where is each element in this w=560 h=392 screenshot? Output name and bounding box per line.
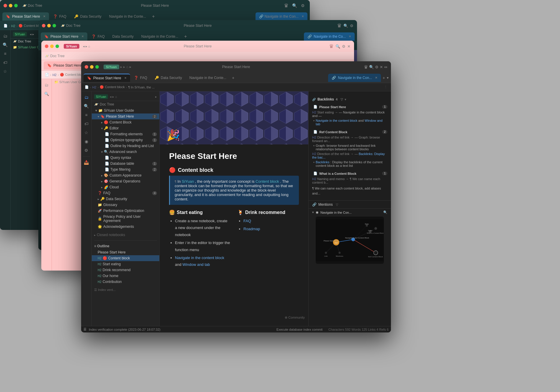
tree-perf-4[interactable]: 🚀 Performance Optimization [92,208,159,214]
backlinks-filter-4[interactable]: ▽ [340,98,343,101]
tab-security-1[interactable]: 🔑 Data Security [71,12,105,21]
search-icon-1[interactable]: 🔍 [291,2,298,9]
search-icon-bar-3[interactable]: 🔍 [43,90,50,97]
tree-guide-4[interactable]: ▾ 📁 SiYuan User Guide [92,108,159,113]
bl-rcb-header-4[interactable]: 📄 Ref Content Block 2 [309,129,391,135]
tree-query-4[interactable]: 📄 Query syntax [92,155,159,161]
tree-editor-4[interactable]: ▾ 🔑 Editor [92,125,159,131]
backlinks-header-4[interactable]: 🔗 Backlinks 4 ▽ ▾ [309,96,391,103]
outline-home-4[interactable]: H2 Our home [92,273,159,279]
add-tab-r-4[interactable]: + [381,75,386,80]
tab-close-start-2[interactable]: ✕ [81,35,84,38]
drink-roadmap-link-4[interactable]: Roadmap [243,227,260,231]
plugin-icon-4[interactable]: ⚙ [83,147,90,154]
settings-icon-2[interactable]: ⚙ [350,24,353,28]
tree-security-4[interactable]: ▸ 🔑 Data Security [92,196,159,202]
outline-contrib-4[interactable]: H2 Contribution [92,279,159,285]
bl-nav-link-4[interactable]: Navigate in the content block [316,119,357,122]
tab-nav-4[interactable]: Navigate in the Conte... [186,74,230,82]
star-icon-1[interactable]: ☆ [2,68,9,75]
back-btn-4[interactable]: ▸ [120,65,122,69]
folder-icon-4[interactable]: 🗂 [83,94,90,101]
tab-close-start-4[interactable]: ✕ [124,76,127,80]
settings-btn-4[interactable]: ▸ [130,65,131,69]
graph-icon-4[interactable]: ◉ [83,138,90,145]
full-btn-2[interactable] [53,24,56,27]
search-bar-icon-1[interactable]: 🔍 [2,41,9,48]
tab-navigate-1[interactable]: Navigate in the Conte... [106,12,150,21]
tree-typo-4[interactable]: 📄 Optimize typography 1 [92,137,159,143]
tree-start-4[interactable]: ▾ 🔖 Please Start Here 2 [92,113,159,119]
close-button-1[interactable] [4,4,7,7]
minimize-button-1[interactable] [9,4,12,7]
traffic-lights-3[interactable] [45,45,59,48]
traffic-lights-4[interactable] [85,65,99,69]
tree-type-4[interactable]: 📄 Type filtering 2 [92,167,159,172]
tab-start-4[interactable]: 🔖 Please Start Here ✕ [83,74,130,82]
close-btn-2[interactable] [42,24,45,27]
tag-icon-1[interactable]: 🏷 [2,59,9,66]
full-btn-3[interactable] [55,45,59,48]
folder-icon-3[interactable]: 🗂 [43,81,50,88]
bl-wicb-header-4[interactable]: 📄 What is a Content Block 1 [309,170,391,177]
outline-start-4[interactable]: Please Start Here [92,249,159,255]
close-icon-3[interactable]: ✕ [347,44,351,49]
outline-icon-1[interactable]: ≡ [2,50,9,57]
outline-icon-4[interactable]: ≡ [83,111,90,118]
bl-psh-header-4[interactable]: 📄 Please Start Here 1 [309,104,391,110]
tab-close-1[interactable]: ✕ [43,15,45,18]
tree-privacy-4[interactable]: 🔒 Privacy Policy and User Agreement [92,214,159,224]
nav-icon-1[interactable]: 🗂 [2,32,9,39]
tree-ack-4[interactable]: 🌟 Acknowledgements [92,224,159,230]
bc-more-4[interactable]: ⋮ [384,85,387,89]
tab-sec-4[interactable]: 🔑 Data Security [151,74,186,82]
settings-toolbar-4[interactable]: ⚙ [375,65,379,69]
search-icon-2[interactable]: 🔍 [343,24,348,28]
tab-nav2-2[interactable]: 🔗 Navigate in the Co... ✕ [304,32,355,41]
fullscreen-button-1[interactable] [14,4,18,7]
drink-faq-link-4[interactable]: FAQ [243,219,251,223]
search-icon-4[interactable]: 🔍 [83,103,90,110]
window-4[interactable]: SiYuan ▸ ▸ ⌂ ▸ Please Start Here ♛ 🔍 ⚙ ✕… [81,61,391,332]
graph-search-4[interactable]: 🔍 [383,210,387,214]
tree-glossary-4[interactable]: 📁 Glossary [92,202,159,208]
doc-tree-row-4[interactable]: 🪐 Doc Tree [92,101,159,108]
settings-icon-3[interactable]: ⚙ [342,44,346,49]
backlinks-expand-4[interactable]: ▾ [345,98,346,101]
tab-start-here-1[interactable]: 🔖 Please Start Here ✕ [2,12,49,21]
tree-db-4[interactable]: 📄 Database table 1 [92,161,159,167]
eating-link-navigate-4[interactable]: Navigate in the content block [175,256,224,260]
tag-icon-4[interactable]: 🏷 [83,120,90,127]
mentions-filter-icon-4[interactable]: ▽ [336,203,338,207]
bl-backlinks-link2-4[interactable]: Backlinks [316,160,329,164]
close-btn-4[interactable] [85,65,88,69]
min-btn-2[interactable] [47,24,51,27]
tree-general-4[interactable]: ▸ 🎯 General Operations [92,178,159,184]
inbox-icon-4[interactable]: 📥 [83,159,90,166]
tree-cloud-4[interactable]: ▸ 🌈 Cloud [92,184,159,190]
full-btn-4[interactable] [95,65,99,69]
min-btn-3[interactable] [50,45,54,48]
bookmark-icon-4[interactable]: ☆ [83,129,90,136]
tree-closed-4[interactable]: ▸ Closed notebooks [92,232,159,238]
traffic-lights-2[interactable] [42,24,56,27]
tab-faq-4[interactable]: ❓ FAQ [130,74,151,82]
tree-outline-4[interactable]: 📄 Outline by Heading and List [92,143,159,149]
tree-formatting-4[interactable]: 📄 Formatting elements 1 [92,131,159,137]
outline-eating-4[interactable]: H2 Start eating [92,261,159,267]
tree-faq-4[interactable]: ❓ FAQ 4 [92,190,159,196]
outline-content-block-4[interactable]: H2 🔴 Content block [92,255,159,261]
add-tab-4[interactable]: + [230,75,236,80]
tree-appearance-4[interactable]: ▸ 🎨 Custom Appearance [92,172,159,178]
home-btn-4[interactable]: ⌂ [126,65,128,69]
tree-content-block-4[interactable]: ▸ 🔴 Content Block [92,119,159,125]
add-tab-1[interactable]: + [150,14,156,19]
tree-advsearch-4[interactable]: ▾ 🔍 Advanced search [92,149,159,155]
tab-start-2[interactable]: 🔖 Please Start Here ✕ [41,32,87,41]
tab-faq-2[interactable]: ❓ FAQ [88,32,108,41]
tab-dropdown-4[interactable]: ▾ [387,76,389,80]
tab-navigate2-1[interactable]: 🔗 Navigate in the Con... ✕ [256,12,307,21]
tab-nav2-4[interactable]: 🔗 Navigate in the Con... ✕ [328,74,381,82]
expand-toolbar-4[interactable]: ⇔ [384,65,387,69]
tab-sec-2[interactable]: Data Security [109,32,137,41]
